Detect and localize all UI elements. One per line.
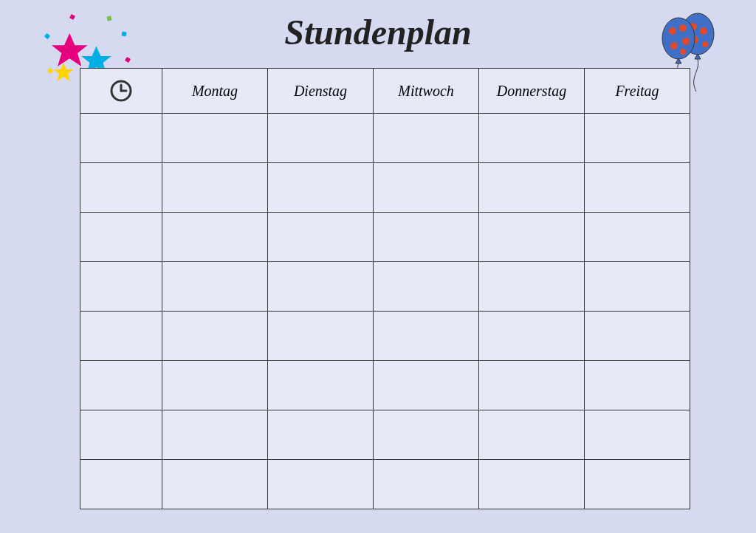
plan-cell: [268, 163, 374, 213]
plan-cell: [268, 213, 374, 262]
time-cell: [80, 410, 162, 460]
timetable: Montag Dienstag Mittwoch Donnerstag Frei…: [80, 68, 690, 509]
header-row: Montag Dienstag Mittwoch Donnerstag Frei…: [80, 69, 690, 114]
time-cell: [80, 114, 162, 163]
time-cell: [80, 213, 162, 262]
day-header-mon: Montag: [162, 69, 268, 114]
svg-rect-4: [47, 68, 53, 74]
plan-cell: [479, 361, 585, 410]
clock-icon: [81, 78, 161, 103]
plan-cell: [479, 163, 585, 213]
plan-cell: [162, 361, 268, 410]
time-column-header: [80, 69, 162, 114]
plan-cell: [162, 262, 268, 312]
table-row: [80, 361, 690, 410]
plan-cell: [374, 312, 479, 361]
plan-cell: [585, 262, 690, 312]
table-row: [80, 262, 690, 312]
time-cell: [80, 361, 162, 410]
table-row: [80, 213, 690, 262]
day-header-fri: Freitag: [585, 69, 690, 114]
time-cell: [80, 262, 162, 312]
plan-cell: [268, 410, 374, 460]
plan-cell: [479, 410, 585, 460]
plan-cell: [585, 410, 690, 460]
plan-cell: [585, 163, 690, 213]
plan-cell: [479, 114, 585, 163]
time-cell: [80, 460, 162, 509]
plan-cell: [268, 114, 374, 163]
page-title: Stundenplan: [0, 12, 756, 52]
plan-cell: [268, 262, 374, 312]
table-row: [80, 312, 690, 361]
svg-marker-9: [54, 63, 74, 81]
plan-cell: [374, 114, 479, 163]
plan-cell: [585, 114, 690, 163]
svg-rect-3: [125, 57, 131, 63]
plan-cell: [374, 410, 479, 460]
plan-cell: [162, 213, 268, 262]
plan-cell: [374, 213, 479, 262]
day-header-tue: Dienstag: [268, 69, 374, 114]
table-row: [80, 410, 690, 460]
plan-cell: [162, 163, 268, 213]
plan-cell: [374, 163, 479, 213]
plan-cell: [374, 460, 479, 509]
day-header-thu: Donnerstag: [479, 69, 585, 114]
plan-cell: [479, 213, 585, 262]
table-row: [80, 163, 690, 213]
plan-cell: [585, 361, 690, 410]
time-cell: [80, 312, 162, 361]
plan-cell: [268, 312, 374, 361]
plan-cell: [162, 312, 268, 361]
plan-cell: [374, 262, 479, 312]
timetable-body: [80, 114, 690, 509]
table-row: [80, 114, 690, 163]
plan-cell: [374, 361, 479, 410]
plan-cell: [585, 460, 690, 509]
plan-cell: [268, 460, 374, 509]
plan-cell: [585, 213, 690, 262]
plan-cell: [162, 410, 268, 460]
plan-cell: [479, 460, 585, 509]
plan-cell: [268, 361, 374, 410]
plan-cell: [585, 312, 690, 361]
plan-cell: [479, 312, 585, 361]
plan-cell: [162, 460, 268, 509]
plan-cell: [479, 262, 585, 312]
table-row: [80, 460, 690, 509]
plan-cell: [162, 114, 268, 163]
day-header-wed: Mittwoch: [374, 69, 479, 114]
time-cell: [80, 163, 162, 213]
